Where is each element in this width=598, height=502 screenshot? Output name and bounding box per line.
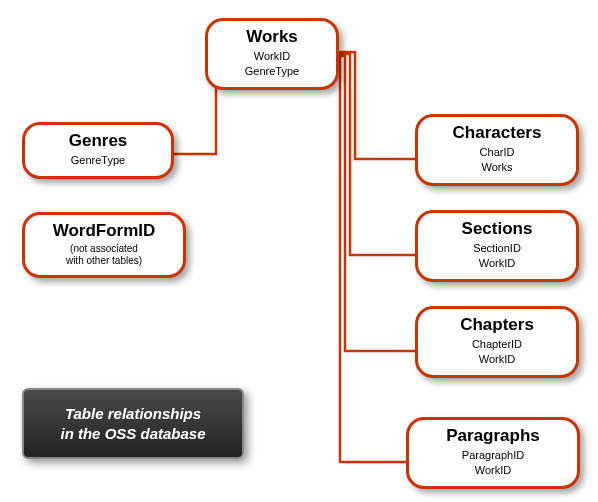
table-title: Chapters: [422, 315, 572, 335]
table-field: ParagraphID: [413, 448, 573, 463]
table-field: CharID: [422, 145, 572, 160]
table-field: Works: [422, 160, 572, 175]
table-note: with other tables): [29, 255, 179, 267]
table-title: Paragraphs: [413, 426, 573, 446]
table-genres: Genres GenreType: [22, 122, 174, 179]
table-field: ChapterID: [422, 337, 572, 352]
table-title: Characters: [422, 123, 572, 143]
table-title: WordFormID: [29, 221, 179, 241]
table-title: Genres: [29, 131, 167, 151]
caption-line: in the OSS database: [40, 424, 226, 444]
table-field: GenreType: [212, 64, 332, 79]
table-field: WorkID: [422, 352, 572, 367]
table-paragraphs: Paragraphs ParagraphID WorkID: [406, 417, 580, 489]
table-works: Works WorkID GenreType: [205, 18, 339, 90]
table-title: Sections: [422, 219, 572, 239]
table-field: SectionID: [422, 241, 572, 256]
table-field: WorkID: [413, 463, 573, 478]
caption-line: Table relationships: [40, 404, 226, 424]
table-title: Works: [212, 27, 332, 47]
table-chapters: Chapters ChapterID WorkID: [415, 306, 579, 378]
table-characters: Characters CharID Works: [415, 114, 579, 186]
table-note: (not associated: [29, 243, 179, 255]
table-field: WorkID: [422, 256, 572, 271]
table-field: WorkID: [212, 49, 332, 64]
table-field: GenreType: [29, 153, 167, 168]
diagram-caption: Table relationships in the OSS database: [22, 388, 244, 459]
table-wordform: WordFormID (not associated with other ta…: [22, 212, 186, 278]
table-sections: Sections SectionID WorkID: [415, 210, 579, 282]
